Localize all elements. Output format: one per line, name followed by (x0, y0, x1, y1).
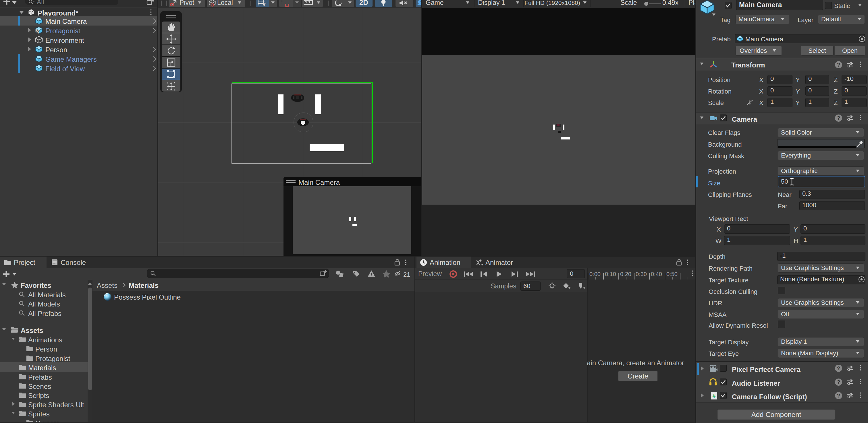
svg-text:#: # (712, 393, 715, 399)
svg-text:Y: Y (263, 3, 266, 7)
